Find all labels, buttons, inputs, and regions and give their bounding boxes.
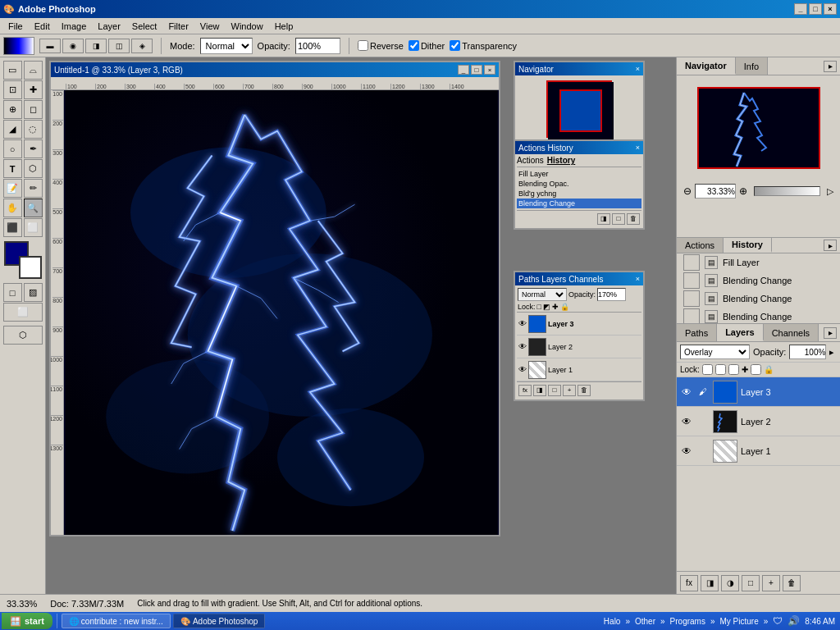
- smudge-tool[interactable]: ⬛: [3, 218, 22, 237]
- float-layer-item-2[interactable]: 👁 Layer 2: [517, 336, 641, 358]
- taskbar-btn-photoshop[interactable]: 🎨 Adobe Photoshop: [173, 614, 266, 628]
- layer-eye-2[interactable]: 👁: [680, 415, 693, 428]
- new-layer-group-btn[interactable]: □: [742, 575, 760, 591]
- blur-tool[interactable]: ◌: [24, 120, 43, 139]
- gradient-angle-btn[interactable]: ◨: [85, 39, 107, 53]
- float-layer-delete[interactable]: 🗑: [578, 385, 591, 396]
- float-new-doc[interactable]: □: [612, 213, 625, 225]
- clone-tool[interactable]: ⊕: [3, 100, 22, 119]
- layers-opacity-arrow[interactable]: ▸: [829, 347, 834, 358]
- float-layer-group[interactable]: □: [548, 385, 561, 396]
- float-eye-1[interactable]: 👁: [518, 365, 527, 374]
- float-opacity-input[interactable]: [597, 288, 626, 301]
- float-lock-move[interactable]: ✚: [552, 303, 559, 311]
- screen-mode-btn[interactable]: ⬜: [3, 303, 43, 322]
- gradient-radial-btn[interactable]: ◉: [62, 39, 84, 53]
- float-history-item3[interactable]: Bld'g ychng: [517, 189, 641, 199]
- notes-tool[interactable]: 📝: [3, 179, 22, 198]
- tray-volume-icon[interactable]: 🔊: [788, 615, 800, 627]
- float-layer-item-1[interactable]: 👁 Layer 1: [517, 358, 641, 381]
- opacity-input[interactable]: [295, 38, 340, 54]
- close-button[interactable]: ×: [824, 3, 837, 15]
- zoom-tool[interactable]: 🔍: [24, 199, 43, 217]
- float-layer-item-3[interactable]: 👁 Layer 3: [517, 313, 641, 336]
- doc-close-btn[interactable]: ×: [484, 65, 495, 75]
- lock-transparent-pixels[interactable]: [702, 364, 713, 375]
- lock-position[interactable]: [728, 364, 739, 375]
- tab-navigator[interactable]: Navigator: [677, 57, 736, 75]
- layers-panel-menu[interactable]: ▸: [824, 327, 837, 339]
- nav-zoom-in-2[interactable]: ▷: [827, 186, 833, 197]
- new-fill-layer-btn[interactable]: ◑: [721, 575, 739, 591]
- tab-layers[interactable]: Layers: [717, 324, 763, 341]
- float-lock-all[interactable]: 🔒: [560, 303, 569, 311]
- menu-layer[interactable]: Layer: [93, 21, 126, 32]
- eraser-tool[interactable]: ◻: [24, 100, 43, 119]
- float-history-item2[interactable]: Blending Opac.: [517, 179, 641, 189]
- mode-select[interactable]: Normal Multiply Screen Overlay: [200, 38, 253, 54]
- float-act-close[interactable]: ×: [636, 144, 640, 152]
- float-delete[interactable]: 🗑: [627, 213, 640, 225]
- hand-tool[interactable]: ✋: [3, 199, 22, 217]
- nav-zoom-in[interactable]: ⊕: [739, 185, 747, 197]
- eyedropper-tool[interactable]: ✏: [24, 179, 43, 198]
- lasso-tool[interactable]: ⌓: [24, 61, 43, 80]
- gradient-preview-swatch[interactable]: [3, 37, 34, 55]
- history-item-fill[interactable]: ▤ Fill Layer: [677, 253, 840, 272]
- burn-tool[interactable]: ⬜: [24, 218, 43, 237]
- layers-opacity-input[interactable]: [789, 345, 826, 359]
- lock-move-icon[interactable]: ✚: [742, 365, 748, 374]
- new-layer-btn[interactable]: +: [762, 575, 780, 591]
- nav-panel-menu[interactable]: ▸: [824, 61, 837, 72]
- layer-brush-3[interactable]: 🖌: [696, 386, 710, 399]
- layer-eye-3[interactable]: 👁: [680, 386, 693, 399]
- tab-actions[interactable]: Actions: [677, 238, 724, 253]
- menu-filter[interactable]: Filter: [163, 21, 193, 32]
- menu-image[interactable]: Image: [57, 21, 92, 32]
- tab-history[interactable]: History: [724, 238, 772, 253]
- paintbucket-tool[interactable]: ◢: [3, 120, 22, 139]
- pen-tool[interactable]: ✒: [24, 139, 43, 158]
- menu-view[interactable]: View: [195, 21, 225, 32]
- menu-select[interactable]: Select: [127, 21, 162, 32]
- dodge-tool[interactable]: ○: [3, 139, 22, 158]
- float-lay-close[interactable]: ×: [636, 275, 640, 283]
- jumpto-btn[interactable]: ⬡: [3, 326, 43, 345]
- layer-item-3[interactable]: 👁 🖌 Layer 3: [677, 377, 840, 407]
- nav-zoom-out[interactable]: ⊖: [683, 185, 692, 197]
- standard-mode-btn[interactable]: □: [3, 283, 22, 302]
- crop-tool[interactable]: ⊡: [3, 80, 22, 99]
- float-layer-fx[interactable]: fx: [518, 385, 532, 396]
- lock-all[interactable]: [751, 364, 761, 375]
- nav-zoom-input[interactable]: [695, 184, 736, 199]
- path-tool[interactable]: ⬡: [24, 159, 43, 178]
- float-lock-px[interactable]: □: [537, 303, 541, 311]
- float-actions-tab[interactable]: Actions: [517, 156, 544, 165]
- gradient-linear-btn[interactable]: ▬: [39, 39, 61, 53]
- float-eye-2[interactable]: 👁: [518, 342, 527, 351]
- float-blend-select[interactable]: Normal: [518, 288, 567, 301]
- lock-image-pixels[interactable]: [715, 364, 726, 375]
- add-mask-btn[interactable]: ◨: [701, 575, 719, 591]
- history-panel-menu[interactable]: ▸: [824, 240, 837, 251]
- float-history-tab[interactable]: History: [547, 156, 575, 165]
- color-picker[interactable]: [4, 241, 42, 279]
- transparency-checkbox[interactable]: [450, 40, 460, 51]
- doc-minimize-btn[interactable]: _: [458, 65, 469, 75]
- float-history-item4[interactable]: Blending Change: [517, 199, 641, 208]
- history-item-blend2[interactable]: ▤ Blending Change: [677, 290, 840, 308]
- doc-maximize-btn[interactable]: □: [471, 65, 482, 75]
- tray-security-icon[interactable]: 🛡: [773, 615, 783, 627]
- gradient-diamond-btn[interactable]: ◈: [131, 39, 153, 53]
- gradient-reflected-btn[interactable]: ◫: [108, 39, 130, 53]
- float-layer-new[interactable]: +: [563, 385, 576, 396]
- marquee-tool[interactable]: ▭: [3, 61, 22, 80]
- dither-checkbox[interactable]: [409, 40, 419, 51]
- taskbar-btn-browser[interactable]: 🌐 contribute : new instr...: [62, 614, 171, 628]
- layers-blend-select[interactable]: Overlay Normal Multiply: [680, 345, 750, 359]
- menu-help[interactable]: Help: [270, 21, 299, 32]
- float-layer-mask[interactable]: ◨: [533, 385, 546, 396]
- tab-info[interactable]: Info: [736, 57, 768, 75]
- quickmask-btn[interactable]: ▨: [24, 283, 43, 302]
- nav-zoom-slider[interactable]: [754, 186, 820, 196]
